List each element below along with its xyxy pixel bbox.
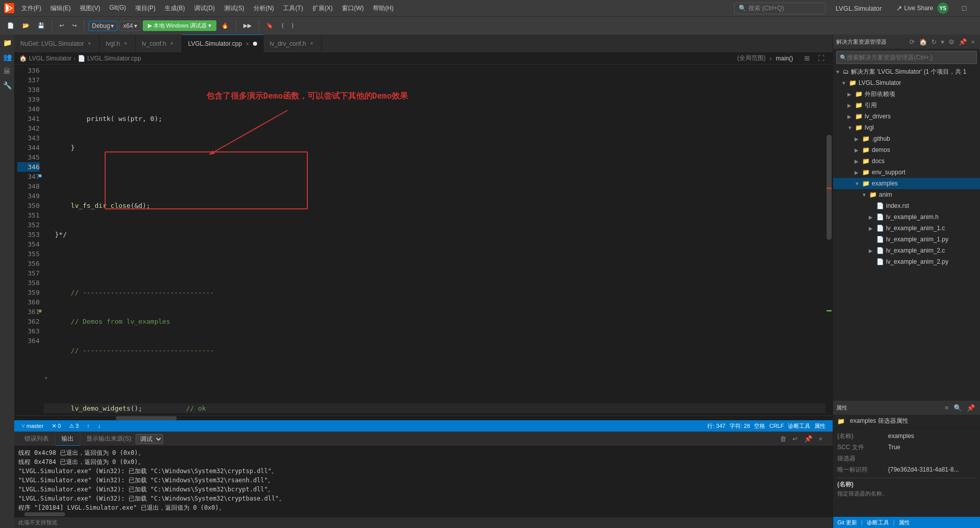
git-update-label[interactable]: Git 更新 — [837, 519, 857, 526]
tree-external-deps[interactable]: ▶ 📁 外部依赖项 — [833, 88, 980, 100]
new-file-button[interactable]: 📄 — [4, 21, 17, 30]
menu-edit[interactable]: 编辑(E) — [46, 2, 75, 15]
live-share-button[interactable]: ↗ Live Share — [892, 2, 937, 14]
anim-2c-arrow[interactable]: ▶ — [869, 248, 875, 254]
space-info[interactable]: 空格 — [752, 422, 767, 430]
tree-env-support[interactable]: ▶ 📁 env_support — [833, 167, 980, 178]
docs-arrow[interactable]: ▶ — [855, 159, 861, 164]
down-arrow[interactable]: ↓ — [96, 423, 103, 429]
hscroll-thumb[interactable] — [116, 416, 177, 420]
menu-extensions[interactable]: 扩展(X) — [308, 2, 337, 15]
tree-examples[interactable]: ▼ 📁 examples — [833, 178, 980, 189]
tree-index-rst[interactable]: ▶ 📄 index.rst — [833, 200, 980, 211]
menu-git[interactable]: Git(G) — [105, 2, 130, 15]
menu-window[interactable]: 窗口(W) — [338, 2, 368, 15]
se-hscrollbar[interactable] — [833, 395, 980, 400]
output-close-button[interactable]: × — [816, 434, 825, 444]
output-hscrollbar[interactable] — [14, 512, 833, 517]
tree-project[interactable]: ▼ 📁 LVGL.Simulator — [833, 77, 980, 88]
search-box[interactable]: 🔍 搜索 (Ctrl+Q) — [734, 3, 826, 14]
env-arrow[interactable]: ▶ — [855, 170, 861, 175]
diagnostics-link[interactable]: 诊断工具 — [786, 422, 812, 430]
project-expand-arrow[interactable]: ▼ — [841, 80, 847, 86]
code-hscrollbar[interactable] — [14, 415, 833, 420]
menu-debug[interactable]: 调试(D) — [190, 2, 219, 15]
tree-github[interactable]: ▶ 📁 .github — [833, 133, 980, 144]
output-clear-button[interactable]: 🗑 — [778, 434, 788, 444]
output-hscroll-thumb[interactable] — [24, 512, 65, 516]
props-search-button[interactable]: 🔍 — [952, 403, 964, 413]
ref-arrow[interactable]: ▶ — [847, 103, 853, 108]
attach-button[interactable]: ▶▶ — [240, 21, 255, 30]
warning-count[interactable]: ⚠ 3 — [67, 423, 81, 429]
editor-scrollbar[interactable] — [826, 65, 833, 415]
se-close-button[interactable]: × — [969, 37, 977, 47]
anim-arrow[interactable]: ▼ — [862, 192, 868, 198]
tree-docs[interactable]: ▶ 📁 docs — [833, 156, 980, 167]
bookmark-button[interactable]: 🔖 — [263, 21, 276, 30]
tab-simulator-cpp-close[interactable]: × — [244, 40, 251, 47]
ext-dep-arrow[interactable]: ▶ — [847, 91, 853, 97]
expand-editor-button[interactable]: ⛶ — [815, 53, 828, 64]
lvgl-arrow[interactable]: ▼ — [847, 125, 853, 131]
source-select[interactable]: 调试 — [136, 434, 163, 444]
tree-demos[interactable]: ▶ 📁 demos — [833, 144, 980, 156]
solution-explorer-icon[interactable]: 📁 — [1, 37, 13, 49]
tab-lv-conf-h[interactable]: lv_conf.h × — [136, 35, 182, 52]
split-editor-button[interactable]: ⊞ — [801, 53, 813, 64]
debug-config-dropdown[interactable]: Debug ▾ — [88, 21, 117, 31]
bookmark-prev-button[interactable]: ⟨ — [278, 21, 287, 30]
char-info[interactable]: 字符: 28 — [728, 422, 752, 430]
tree-reference[interactable]: ▶ 📁 引用 — [833, 100, 980, 111]
tab-drv-conf-h[interactable]: lv_drv_conf.h × — [264, 35, 322, 52]
tree-lv-drivers[interactable]: ▶ 📁 lv_drivers — [833, 111, 980, 122]
tree-solution[interactable]: ▼ 🗂 解决方案 'LVGL.Simulator' (1 个项目，共 1 — [833, 66, 980, 77]
output-word-wrap-button[interactable]: ↵ — [791, 434, 800, 444]
lv-drivers-arrow[interactable]: ▶ — [847, 114, 853, 119]
menu-file[interactable]: 文件(F) — [17, 2, 45, 15]
tree-anim[interactable]: ▼ 📁 anim — [833, 189, 980, 200]
error-count[interactable]: ✕ 0 — [50, 423, 63, 429]
se-search-box[interactable]: 🔍 — [836, 51, 977, 64]
arch-dropdown[interactable]: x64 ▾ — [119, 21, 140, 31]
tree-anim-2py[interactable]: ▶ 📄 lv_example_anim_2.py — [833, 256, 980, 267]
tab-error-list[interactable]: 错误列表 — [18, 432, 55, 445]
tab-lv-conf-h-close[interactable]: × — [168, 40, 175, 47]
se-refresh-button[interactable]: ↻ — [929, 37, 939, 47]
se-sync-button[interactable]: ⟳ — [907, 37, 917, 47]
save-button[interactable]: 💾 — [35, 21, 48, 30]
menu-test[interactable]: 测试(S) — [220, 2, 248, 15]
se-pin-button[interactable]: 📌 — [957, 37, 969, 47]
tab-nuget-close[interactable]: × — [86, 40, 93, 47]
properties-link[interactable]: 属性 — [812, 422, 828, 430]
se-settings-button[interactable]: ⚙ — [946, 37, 957, 47]
solution-expand-arrow[interactable]: ▼ — [835, 69, 841, 75]
bookmark-next-button[interactable]: ⟩ — [289, 21, 297, 30]
menu-project[interactable]: 项目(P) — [131, 2, 160, 15]
properties-label[interactable]: 属性 — [899, 519, 910, 526]
anim-h-arrow[interactable]: ▶ — [869, 214, 875, 220]
se-home-button[interactable]: 🏠 — [917, 37, 929, 47]
menu-build[interactable]: 生成(B) — [161, 2, 189, 15]
breadcrumb-file[interactable]: 📄 LVGL.Simulator.cpp — [78, 55, 141, 62]
tab-lvgl-h[interactable]: lvgl.h × — [100, 35, 136, 52]
tree-anim-1c[interactable]: ▶ 📄 lv_example_anim_1.c — [833, 223, 980, 234]
code-editor[interactable]: 336 337 338 339 340 341 342 343 344 345 … — [14, 65, 833, 415]
menu-help[interactable]: 帮助(H) — [369, 2, 398, 15]
up-arrow[interactable]: ↑ — [85, 423, 92, 429]
examples-arrow[interactable]: ▼ — [855, 181, 861, 187]
demos-arrow[interactable]: ▶ — [855, 147, 861, 153]
breadcrumb-project[interactable]: 🏠 LVGL.Simulator — [19, 55, 72, 62]
redo-button[interactable]: ↪ — [69, 21, 80, 30]
menu-analyze[interactable]: 分析(N) — [249, 2, 278, 15]
tree-anim-h[interactable]: ▶ 📄 lv_example_anim.h — [833, 211, 980, 223]
tab-output[interactable]: 输出 — [55, 432, 80, 446]
run-button[interactable]: ▶ 本地 Windows 调试器 ▾ — [143, 20, 217, 31]
tree-anim-1py[interactable]: ▶ 📄 lv_example_anim_1.py — [833, 234, 980, 245]
props-sort-button[interactable]: ≡ — [942, 403, 951, 413]
hot-reload-button[interactable]: 🔥 — [218, 21, 232, 30]
maximize-button[interactable]: □ — [953, 0, 976, 16]
anim-1c-arrow[interactable]: ▶ — [869, 226, 875, 231]
se-search-input[interactable] — [847, 54, 973, 61]
github-arrow[interactable]: ▶ — [855, 136, 861, 142]
